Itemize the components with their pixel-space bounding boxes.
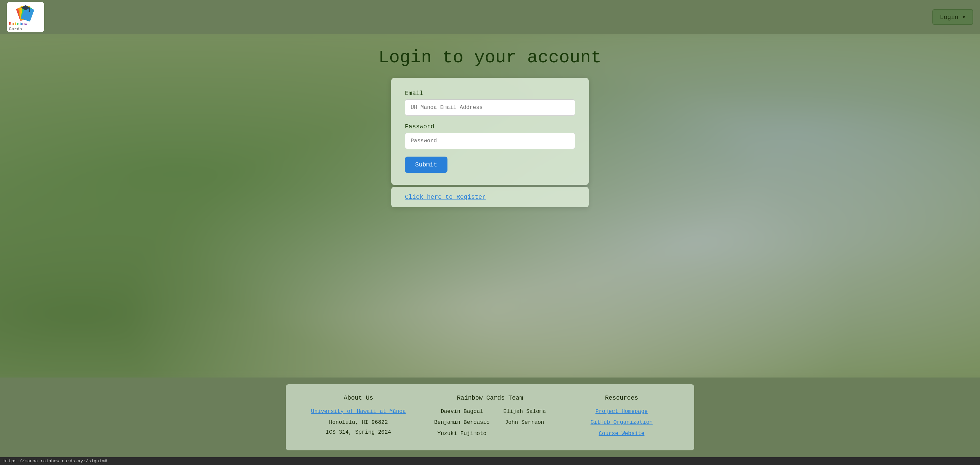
email-input[interactable] xyxy=(405,99,575,116)
team-member-3: Yuzuki Fujimoto xyxy=(434,429,490,439)
main-area: Login to your account Email Password Sub… xyxy=(0,34,980,377)
team-col-left: Daevin Bagcal Benjamin Bercasio Yuzuki F… xyxy=(434,407,490,439)
team-member-1: Daevin Bagcal xyxy=(434,407,490,417)
logo-box: Rainbow Cards xyxy=(7,2,44,32)
password-label: Password xyxy=(405,123,575,130)
footer-about-col: About Us University of Hawaii at Mānoa H… xyxy=(299,395,417,440)
course-website-link[interactable]: Course Website xyxy=(563,429,681,439)
svg-point-7 xyxy=(29,11,30,12)
content-wrapper: Login to your account Email Password Sub… xyxy=(0,48,980,207)
team-member-4: Elijah Saloma xyxy=(503,407,546,417)
logo-text: Rainbow Cards xyxy=(9,21,42,32)
status-bar: https://manoa-rainbow-cards.xyz/signin# xyxy=(0,457,980,465)
email-label: Email xyxy=(405,90,575,97)
about-address: Honolulu, HI 96822 xyxy=(329,419,388,425)
logo-container: Rainbow Cards xyxy=(7,2,44,32)
login-button[interactable]: Login ▾ xyxy=(932,9,973,25)
team-grid: Daevin Bagcal Benjamin Bercasio Yuzuki F… xyxy=(431,407,549,439)
rainbow-cards-icon xyxy=(15,3,36,21)
submit-button[interactable]: Submit xyxy=(405,157,447,173)
team-member-2: Benjamin Bercasio xyxy=(434,418,490,428)
navbar: Rainbow Cards Login ▾ xyxy=(0,0,980,34)
resources-content: Project Homepage GitHub Organization Cou… xyxy=(563,407,681,439)
team-title: Rainbow Cards Team xyxy=(431,395,549,401)
footer-resources-col: Resources Project Homepage GitHub Organi… xyxy=(563,395,681,440)
about-title: About Us xyxy=(299,395,417,401)
team-content: Daevin Bagcal Benjamin Bercasio Yuzuki F… xyxy=(431,407,549,439)
team-col-right: Elijah Saloma John Serraon xyxy=(503,407,546,439)
status-url: https://manoa-rainbow-cards.xyz/signin# xyxy=(3,459,107,463)
footer-inner: About Us University of Hawaii at Mānoa H… xyxy=(286,384,694,451)
uh-manoa-link[interactable]: University of Hawaii at Mānoa xyxy=(299,407,417,417)
footer-team-col: Rainbow Cards Team Daevin Bagcal Benjami… xyxy=(431,395,549,440)
password-input[interactable] xyxy=(405,133,575,149)
footer: About Us University of Hawaii at Mānoa H… xyxy=(0,377,980,457)
register-link[interactable]: Click here to Register xyxy=(405,194,486,201)
page-title: Login to your account xyxy=(379,48,601,68)
resources-title: Resources xyxy=(563,395,681,401)
github-org-link[interactable]: GitHub Organization xyxy=(563,418,681,428)
about-course: ICS 314, Spring 2024 xyxy=(326,429,391,435)
logo-svg-container: Rainbow Cards xyxy=(9,3,42,32)
team-member-5: John Serraon xyxy=(503,418,546,428)
about-content: University of Hawaii at Mānoa Honolulu, … xyxy=(299,407,417,438)
login-form-card: Email Password Submit xyxy=(391,78,589,185)
project-homepage-link[interactable]: Project Homepage xyxy=(563,407,681,417)
register-card: Click here to Register xyxy=(391,187,589,207)
